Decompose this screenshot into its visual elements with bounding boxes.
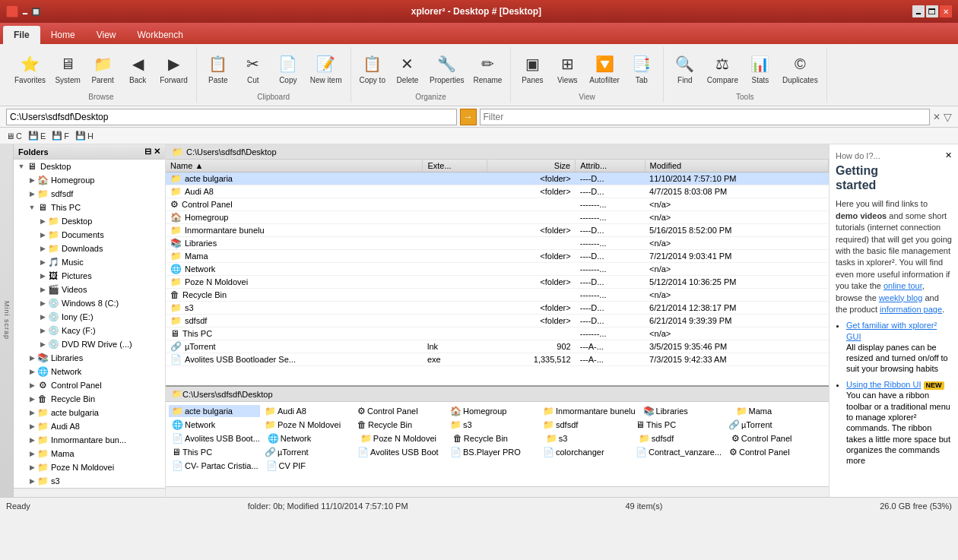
table-row[interactable]: 📁Inmormantare bunelu<folder>----D...5/16… [166,224,829,237]
bottom-file-item[interactable]: 🖥This PC [633,419,724,431]
tree-expand-icon[interactable]: ▶ [27,409,36,416]
bottom-file-item[interactable]: 📄CV- Partac Cristia... [169,460,262,472]
tree-expand-icon[interactable]: ▼ [27,204,36,211]
col-attrib[interactable]: Attrib... [576,160,645,172]
bottom-file-item[interactable]: ⚙Control Panel [354,405,446,417]
parent-button[interactable]: 📁Parent [86,49,119,88]
views-button[interactable]: ⊞Views [550,49,584,88]
tree-expand-icon[interactable]: ▶ [27,395,36,403]
new-item-button[interactable]: 📝New item [306,49,346,88]
bottom-file-item[interactable]: 📁Audi A8 [262,405,353,417]
tree-item[interactable]: ▶📁Audi A8 [14,419,165,433]
window-controls[interactable]: 🗕 🗖 ✕ [912,5,952,17]
bottom-file-item[interactable]: 📁sdfsdf [540,419,631,431]
table-row[interactable]: 🌐Network-------...<n/a> [166,263,829,276]
col-ext[interactable]: Exte... [423,160,487,172]
info-page-link[interactable]: information page [880,305,942,314]
tree-item[interactable]: ▶💿Windows 8 (C:) [14,296,165,310]
tree-expand-icon[interactable]: ▶ [27,354,36,362]
bottom-file-item[interactable]: 📁Mama [733,405,824,417]
filter-input[interactable] [480,109,931,125]
tree-expand-icon[interactable]: ▶ [38,258,47,266]
mini-scrap-panel[interactable]: Mini scrap [0,144,14,497]
tree-item[interactable]: ▼🖥Desktop [14,160,165,173]
folder-panel-controls[interactable]: ⊟ ✕ [144,147,160,157]
panes-button[interactable]: ▣Panes [515,49,549,88]
bottom-file-item[interactable]: 📁Poze N Moldovei [357,432,449,445]
tree-expand-icon[interactable]: ▶ [38,272,47,280]
filter-funnel-icon[interactable]: ▽ [944,111,952,123]
bottom-file-item[interactable]: 🌐Network [169,419,260,431]
col-size[interactable]: Size [487,160,575,172]
tree-expand-icon[interactable]: ▶ [38,313,47,321]
tree-item[interactable]: ▶📁Poze N Moldovei [14,460,165,474]
tree-expand-icon[interactable]: ▶ [38,231,47,239]
tree-item[interactable]: ▶📁Desktop [14,214,165,228]
tree-item[interactable]: ▶📁Downloads [14,242,165,255]
bottom-pane-scrollbar[interactable] [166,486,829,497]
bottom-file-item[interactable]: 📁Inmormantare bunelu [540,405,639,417]
bottom-file-item[interactable]: 📚Libraries [640,405,731,417]
copy-to-button[interactable]: 📋Copy to [356,49,389,88]
quick-f-drive[interactable]: 💾F [52,131,69,141]
tree-expand-icon[interactable]: ▶ [38,340,47,348]
tree-expand-icon[interactable]: ▶ [38,217,47,225]
tree-item[interactable]: ▶🏠Homegroup [14,173,165,187]
paste-button[interactable]: 📋Paste [201,49,235,88]
favorites-button[interactable]: ⭐Favorites [11,49,49,88]
properties-button[interactable]: 🔧Properties [426,49,468,88]
bottom-file-item[interactable]: 📄Avolites USB Boot [354,446,446,458]
compare-button[interactable]: ⚖Compare [703,49,742,88]
bottom-file-item[interactable]: 🏠Homegroup [447,405,538,417]
bottom-file-item[interactable]: 🔗µTorrent [725,419,817,431]
tree-expand-icon[interactable]: ▶ [38,245,47,252]
table-row[interactable]: 🔗µTorrentlnk902---A-...3/5/2015 9:35:46 … [166,340,829,353]
tree-item[interactable]: ▶💿Kacy (F:) [14,324,165,337]
navigate-button[interactable]: → [460,109,477,125]
tree-item[interactable]: ▶🖼Pictures [14,269,165,283]
bottom-file-item[interactable]: 📄CV PIF [263,460,354,472]
ribbon-link[interactable]: Using the Ribbon UI [846,380,921,389]
tree-item[interactable]: ▶📁sdfsdf [14,187,165,201]
table-row[interactable]: 🖥This PC-------...<n/a> [166,327,829,340]
tree-expand-icon[interactable]: ▶ [38,286,47,293]
rename-button[interactable]: ✏Rename [470,49,506,88]
quick-h-drive[interactable]: 💾H [75,131,94,141]
tab-view[interactable]: View [86,26,127,44]
tree-expand-icon[interactable]: ▶ [38,327,47,334]
tab-file[interactable]: File [3,26,40,44]
maximize-button[interactable]: 🗖 [926,5,938,17]
bottom-file-item[interactable]: 📄Contract_vanzare... [633,446,725,458]
tree-item[interactable]: ▶📁acte bulgaria [14,406,165,419]
cut-button[interactable]: ✂Cut [236,49,270,88]
col-modified[interactable]: Modified [645,160,828,172]
bottom-file-item[interactable]: 🗑Recycle Bin [450,432,541,445]
bottom-file-item[interactable]: 📄colorchanger [540,446,631,458]
tab-home[interactable]: Home [40,26,86,44]
bottom-file-item[interactable]: ⚙Control Panel [728,432,820,445]
table-row[interactable]: 📁acte bulgaria<folder>----D...11/10/2014… [166,172,829,185]
address-input[interactable] [6,109,457,125]
folder-tree-scrollbar[interactable] [14,488,165,497]
tree-item[interactable]: ▶📁Documents [14,228,165,242]
autofilter-button[interactable]: 🔽Autofilter [585,49,623,88]
bottom-file-item[interactable]: 📁s3 [447,419,538,431]
table-row[interactable]: 🏠Homegroup-------...<n/a> [166,211,829,224]
find-button[interactable]: 🔍Find [668,49,702,88]
stats-button[interactable]: 📊Stats [744,49,777,88]
tree-item[interactable]: ▶📚Libraries [14,351,165,365]
table-row[interactable]: 📁Audi A8<folder>----D...4/7/2015 8:03:08… [166,185,829,198]
bottom-file-item[interactable]: 📁s3 [543,432,634,445]
table-row[interactable]: 🗑Recycle Bin-------...<n/a> [166,289,829,302]
tree-item[interactable]: ▶🎬Videos [14,283,165,296]
tree-item[interactable]: ▶🎵Music [14,255,165,269]
help-panel-close[interactable]: ✕ [945,150,952,160]
tree-expand-icon[interactable]: ▶ [27,190,36,198]
close-button[interactable]: ✕ [940,5,952,17]
table-row[interactable]: 📁sdfsdf<folder>----D...6/21/2014 9:39:39… [166,315,829,327]
weekly-blog-link[interactable]: weekly blog [879,293,922,302]
online-tour-link[interactable]: online tour [883,281,922,290]
back-button[interactable]: ◀Back [121,49,154,88]
bottom-file-item[interactable]: 🔗µTorrent [262,446,353,458]
filter-clear-button[interactable]: ✕ [933,112,941,122]
